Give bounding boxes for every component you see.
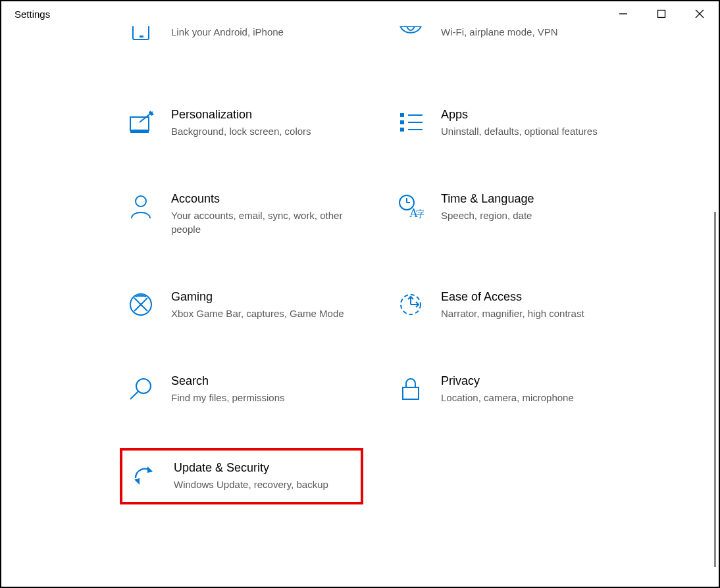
time-language-icon: A字 [396,192,425,221]
category-desc: Wi-Fi, airplane mode, VPN [441,26,558,37]
category-desc: Xbox Game Bar, captures, Game Mode [171,306,344,320]
svg-rect-7 [130,117,149,130]
category-title: Ease of Access [441,290,584,304]
phone-icon [126,26,155,46]
category-network[interactable]: Wi-Fi, airplane mode, VPN [390,26,633,58]
category-title: Personalization [171,108,311,122]
window-title: Settings [14,9,50,20]
xbox-icon [126,290,155,319]
category-title: Apps [441,108,598,122]
category-phone[interactable]: Link your Android, iPhone [120,26,363,58]
scrollbar[interactable] [714,212,716,567]
svg-point-26 [136,379,151,393]
search-icon [126,374,155,403]
category-desc: Location, camera, microphone [441,391,574,404]
category-time-language[interactable]: A字 Time & Language Speech, region, date [390,182,633,247]
svg-rect-1 [658,11,665,18]
category-update-security[interactable]: Update & Security Windows Update, recove… [120,448,363,504]
category-accounts[interactable]: Accounts Your accounts, email, sync, wor… [120,182,363,247]
ease-of-access-icon [396,290,425,319]
category-title: Time & Language [441,192,534,206]
minimize-icon [619,9,628,18]
category-desc: Windows Update, recovery, backup [174,478,328,491]
lock-icon [396,374,425,403]
category-desc: Uninstall, defaults, optional features [441,124,598,138]
category-gaming[interactable]: Gaming Xbox Game Bar, captures, Game Mod… [120,280,363,331]
close-button[interactable] [681,1,719,26]
window-controls [604,1,719,26]
category-personalization[interactable]: Personalization Background, lock screen,… [120,97,363,149]
svg-rect-12 [400,128,404,132]
category-title: Privacy [441,374,574,388]
category-apps[interactable]: Apps Uninstall, defaults, optional featu… [390,97,633,149]
apps-list-icon [396,108,425,137]
category-title: Gaming [171,290,344,304]
svg-point-16 [136,196,146,207]
paintbrush-icon [126,108,155,137]
svg-rect-8 [130,130,149,133]
category-desc: Find my files, permissions [171,391,285,404]
category-desc: Link your Android, iPhone [171,26,284,37]
category-desc: Background, lock screen, colors [171,124,311,138]
person-icon [126,192,155,221]
category-privacy[interactable]: Privacy Location, camera, microphone [390,364,633,415]
maximize-icon [657,9,666,18]
svg-rect-5 [140,36,143,37]
globe-icon [396,26,425,46]
category-title: Update & Security [174,461,328,475]
category-desc: Narrator, magnifier, high contrast [441,306,584,320]
category-desc: Speech, region, date [441,208,534,222]
title-bar: Settings [1,1,719,26]
minimize-button[interactable] [604,1,642,26]
svg-rect-10 [400,113,404,117]
svg-text:字: 字 [416,209,424,219]
category-ease-of-access[interactable]: Ease of Access Narrator, magnifier, high… [390,280,633,331]
update-icon [129,461,158,490]
svg-line-27 [130,391,138,399]
category-title: Search [171,374,285,388]
svg-rect-28 [403,387,419,399]
category-desc: Your accounts, email, sync, work, other … [171,208,357,236]
close-icon [695,9,704,18]
settings-grid: Link your Android, iPhone Wi-Fi, airplan… [1,26,719,537]
svg-rect-11 [400,120,404,124]
maximize-button[interactable] [642,1,681,26]
category-search[interactable]: Search Find my files, permissions [120,364,363,415]
category-title: Accounts [171,192,357,206]
